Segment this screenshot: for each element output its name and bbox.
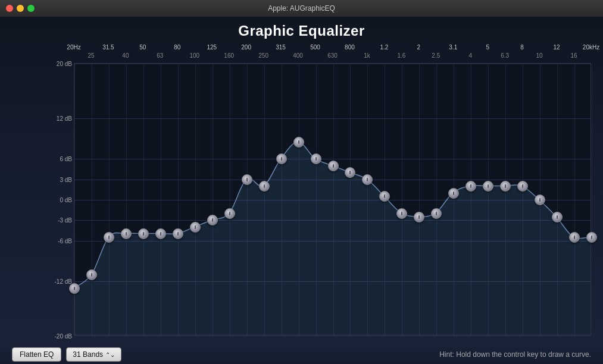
eq-knob[interactable] [379,191,390,202]
db-label: -6 dB [45,237,72,244]
freq-label-primary: 8 [520,44,524,51]
eq-knob[interactable] [293,137,304,148]
window-title: Apple: AUGraphicEQ [268,4,335,12]
eq-knob[interactable] [552,212,563,222]
freq-label-secondary: 10 [536,52,543,59]
freq-label-primary: 20Hz [67,44,80,51]
eq-knob[interactable] [569,232,580,243]
main-content: Graphic Equalizer 20Hz31.550801252003155… [0,17,603,343]
eq-knob[interactable] [242,174,252,185]
freq-label-primary: 800 [345,44,355,51]
page-title: Graphic Equalizer [12,23,591,39]
freq-label-secondary: 25 [88,52,94,59]
freq-label-secondary: 40 [122,52,129,59]
eq-knob[interactable] [207,215,218,225]
eq-knob[interactable] [586,232,597,243]
freq-label-primary: 1.2 [380,44,388,51]
eq-knob[interactable] [328,161,339,171]
v-grid-line [178,64,179,335]
v-grid-line [333,64,334,335]
v-grid-line [419,64,420,335]
chart-area[interactable]: 20 dB12 dB6 dB3 dB0 dB-3 dB-6 dB-12 dB-2… [74,63,591,335]
bands-selector[interactable]: 31 Bands ⌃⌄ [66,347,121,362]
eq-knob[interactable] [414,212,424,222]
v-grid-line [367,64,368,335]
v-grid-line [557,64,558,335]
title-bar: Apple: AUGraphicEQ [0,0,603,17]
db-label: 6 dB [45,156,72,162]
eq-knob[interactable] [86,269,97,280]
freq-label-primary: 12 [554,44,560,51]
eq-knob[interactable] [138,228,149,239]
freq-label-secondary: 1k [364,52,370,59]
freq-labels: 20Hz31.550801252003155008001.223.1581220… [43,44,591,63]
freq-label-secondary: 6.3 [501,52,509,59]
eq-knob[interactable] [121,228,132,239]
flatten-eq-button[interactable]: Flatten EQ [12,347,61,362]
h-grid-line [74,241,590,241]
v-grid-line [109,64,110,335]
v-grid-line [213,64,213,335]
eq-knob[interactable] [190,222,201,233]
db-label: 3 dB [45,176,72,183]
h-grid-line [74,220,590,221]
v-grid-line [505,64,506,335]
db-label: 12 dB [45,115,72,121]
eq-container: 20Hz31.550801252003155008001.223.1581220… [12,44,591,335]
eq-knob[interactable] [155,228,166,239]
eq-knob[interactable] [465,181,476,192]
eq-knob[interactable] [517,181,528,192]
close-button[interactable] [6,5,13,12]
v-grid-line [195,64,196,335]
eq-knob[interactable] [345,167,355,178]
eq-knob[interactable] [259,181,270,192]
eq-knob[interactable] [69,283,80,294]
freq-label-secondary: 1.6 [397,52,405,59]
v-grid-line [230,64,230,335]
grid-lines [74,64,590,335]
eq-knob[interactable] [396,208,407,219]
h-grid-line [74,281,590,282]
v-grid-line [592,64,592,335]
bands-label: 31 Bands [73,350,103,359]
eq-knob[interactable] [362,174,373,185]
h-grid-line [74,180,590,180]
h-grid-line [74,118,590,119]
freq-label-secondary: 250 [258,52,268,59]
freq-label-primary: 31.5 [102,44,114,51]
minimize-button[interactable] [17,5,24,12]
v-grid-line [161,64,161,335]
v-grid-line [574,64,575,335]
freq-label-primary: 500 [310,44,320,51]
eq-knob[interactable] [224,208,235,219]
v-grid-line [454,64,454,335]
freq-label-primary: 50 [139,44,146,51]
v-grid-line [316,64,317,335]
db-label: -3 dB [45,217,72,224]
eq-knob[interactable] [276,153,287,164]
eq-knob[interactable] [311,153,321,164]
freq-label-primary: 2 [417,44,421,51]
freq-label-secondary: 63 [157,52,163,59]
eq-knob[interactable] [483,181,493,192]
h-grid-line [74,200,590,200]
freq-label-secondary: 630 [327,52,338,59]
freq-label-secondary: 400 [293,52,303,59]
eq-knob[interactable] [104,232,114,243]
v-grid-line [471,64,471,335]
db-label: -20 dB [45,333,72,340]
eq-knob[interactable] [173,228,183,239]
v-grid-line [143,64,144,335]
freq-label-primary: 200 [241,44,251,51]
v-grid-line [523,64,523,335]
eq-knob[interactable] [535,194,545,205]
maximize-button[interactable] [27,5,35,12]
bottom-left-controls: Flatten EQ 31 Bands ⌃⌄ [12,347,121,362]
eq-knob[interactable] [500,181,511,192]
eq-knob[interactable] [448,188,459,199]
eq-knob[interactable] [431,208,442,219]
h-grid-line [74,336,590,337]
v-grid-line [488,64,489,335]
freq-label-secondary: 4 [468,52,472,59]
v-grid-line [436,64,437,335]
